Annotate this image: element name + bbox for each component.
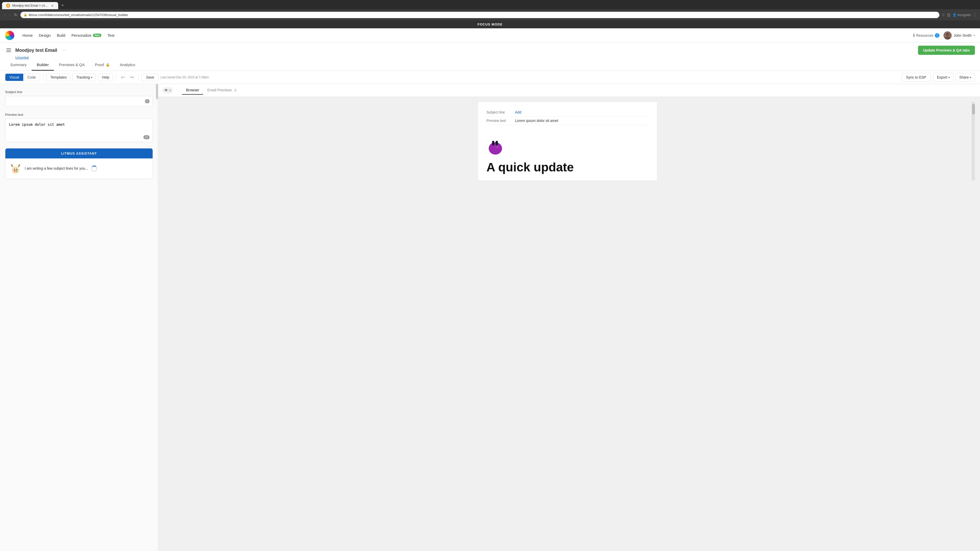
- svg-rect-6: [6, 52, 11, 52]
- export-dropdown-icon: ▾: [948, 76, 950, 79]
- redo-button[interactable]: ↪: [128, 73, 135, 81]
- tracking-dropdown-icon: ▾: [91, 76, 92, 79]
- undo-button[interactable]: ↩: [119, 73, 126, 81]
- toolbar-right: Sync to ESP Export ▾ Share ▾: [901, 73, 975, 82]
- preview-text-preview-label: Preview text: [487, 119, 512, 123]
- save-button[interactable]: Save: [142, 73, 159, 81]
- tab-title: Moodjoy test Email > Litmus: [12, 4, 48, 7]
- update-previews-button[interactable]: Update Previews & QA tabs: [918, 46, 975, 55]
- preview-text-row: Preview text Lorem ipsum dolor sit amet: [487, 117, 649, 125]
- svg-point-2: [946, 33, 949, 36]
- user-info[interactable]: John Smith ▾: [943, 32, 975, 40]
- nav-test[interactable]: Test: [107, 33, 115, 38]
- export-button[interactable]: Export ▾: [933, 73, 953, 82]
- nav-build[interactable]: Build: [57, 33, 65, 38]
- resources-button[interactable]: ℹ Resources 1: [913, 33, 939, 38]
- svg-rect-16: [496, 141, 498, 145]
- preview-text-input[interactable]: [9, 122, 149, 138]
- preview-text-label: Preview text: [5, 113, 153, 117]
- svg-point-12: [14, 170, 15, 172]
- litmus-logo[interactable]: [5, 31, 14, 40]
- svg-rect-15: [492, 141, 494, 145]
- right-panel: 👁 ▾ Browser Email Previews ⚠ Subject lin…: [158, 84, 980, 551]
- subject-input-wrap: 0: [5, 96, 153, 106]
- tab-summary[interactable]: Summary: [5, 59, 32, 71]
- focus-mode-banner: FOCUS MODE: [0, 21, 980, 28]
- preview-content: Subject line Add Preview text Lorem ipsu…: [158, 97, 980, 551]
- left-panel-content: Subject line 0 Preview text 27 LITMUS AS…: [0, 84, 158, 551]
- star-icon[interactable]: ☆: [942, 13, 945, 17]
- new-tab-button[interactable]: +: [59, 2, 66, 9]
- window-icon[interactable]: ⊡: [947, 13, 950, 17]
- subject-char-count: 0: [145, 99, 150, 103]
- preview-text-section: Preview text 27: [5, 113, 153, 142]
- browser-preview-tab[interactable]: Browser: [182, 86, 203, 95]
- left-panel: Subject line 0 Preview text 27 LITMUS AS…: [0, 84, 158, 551]
- proof-lock-icon: 🔒: [106, 63, 110, 67]
- forward-button[interactable]: ›: [8, 11, 11, 18]
- focus-mode-label: FOCUS MODE: [477, 22, 503, 26]
- tab-previews-qa[interactable]: Previews & QA: [54, 59, 90, 71]
- tab-proof[interactable]: Proof 🔒: [90, 59, 115, 71]
- email-header: Moodjoy test Email ··· Update Previews &…: [0, 43, 980, 71]
- nav-buttons: ‹ › ↻: [3, 11, 18, 18]
- nav-home[interactable]: Home: [22, 33, 33, 38]
- email-headline: A quick update: [487, 161, 649, 174]
- subject-line-section: Subject line 0: [5, 90, 153, 106]
- address-bar[interactable]: 🔒 litmus.com/folders/unsorted_emails/ema…: [21, 12, 939, 18]
- tab-builder[interactable]: Builder: [32, 59, 54, 71]
- tab-close-button[interactable]: ✕: [50, 3, 54, 8]
- loading-spinner: [91, 165, 97, 171]
- profile-icon[interactable]: 👤 Incognito: [953, 13, 971, 17]
- visual-view-button[interactable]: Visual: [5, 74, 23, 81]
- warning-icon: ⚠: [234, 88, 237, 92]
- help-button[interactable]: Help: [98, 73, 113, 81]
- subject-preview-label: Subject line: [487, 110, 512, 114]
- email-logo-wrap: [487, 135, 649, 161]
- nav-personalize[interactable]: Personalize New: [72, 33, 101, 38]
- reload-button[interactable]: ↻: [13, 11, 18, 18]
- view-toggle: Visual Code: [5, 73, 40, 81]
- sync-esp-button[interactable]: Sync to ESP: [901, 73, 931, 82]
- nav-design[interactable]: Design: [39, 33, 51, 38]
- browser-tabs: Moodjoy test Email > Litmus ✕ +: [0, 0, 980, 9]
- preview-view-toggle[interactable]: 👁 ▾: [162, 87, 173, 94]
- toolbar: Visual Code Templates Tracking ▾ Help ↩ …: [0, 71, 980, 84]
- subject-line-input[interactable]: [9, 99, 149, 103]
- personalize-new-badge: New: [93, 34, 101, 37]
- preview-text-wrap: 27: [5, 119, 153, 142]
- svg-point-17: [495, 145, 499, 148]
- tracking-button[interactable]: Tracking ▾: [73, 73, 96, 81]
- subject-line-row: Subject line Add: [487, 108, 649, 117]
- preview-toolbar: 👁 ▾ Browser Email Previews ⚠: [158, 84, 980, 97]
- main-nav: Home Design Build Personalize New Test: [22, 33, 115, 38]
- litmus-assistant-panel: LITMUS ASSISTANT: [5, 148, 153, 179]
- menu-icon[interactable]: ⋮: [973, 13, 977, 17]
- browser-tab[interactable]: Moodjoy test Email > Litmus ✕: [2, 2, 58, 9]
- user-name: John Smith: [954, 33, 972, 38]
- browser-nav-icons: ☆ ⊡ 👤 Incognito ⋮: [942, 13, 977, 17]
- sidebar-toggle-button[interactable]: [5, 47, 12, 54]
- email-preview-card: Subject line Add Preview text Lorem ipsu…: [478, 102, 657, 180]
- app-header: Home Design Build Personalize New Test ℹ…: [0, 28, 980, 43]
- moodjoy-logo: [487, 138, 504, 156]
- email-previews-tab[interactable]: Email Previews ⚠: [203, 86, 241, 95]
- email-title-row: Moodjoy test Email ··· Update Previews &…: [0, 43, 980, 55]
- info-icon: ℹ: [913, 33, 915, 38]
- share-button[interactable]: Share ▾: [956, 73, 975, 82]
- assistant-header: LITMUS ASSISTANT: [5, 148, 153, 159]
- svg-point-9: [16, 169, 17, 170]
- subject-add-link[interactable]: Add: [515, 110, 522, 114]
- back-button[interactable]: ‹: [3, 11, 6, 18]
- preview-meta: Subject line Add Preview text Lorem ipsu…: [487, 108, 649, 125]
- share-dropdown-icon: ▾: [970, 76, 971, 79]
- svg-point-7: [12, 167, 19, 174]
- tab-analytics[interactable]: Analytics: [115, 59, 140, 71]
- templates-button[interactable]: Templates: [46, 73, 70, 81]
- email-menu-button[interactable]: ···: [60, 47, 68, 54]
- svg-rect-4: [6, 48, 11, 49]
- assistant-body: I am writing a few subject lines for you…: [5, 159, 153, 179]
- folder-link[interactable]: Unsorted: [15, 56, 29, 59]
- code-view-button[interactable]: Code: [23, 74, 40, 81]
- preview-toggle-arrow: ▾: [169, 89, 171, 92]
